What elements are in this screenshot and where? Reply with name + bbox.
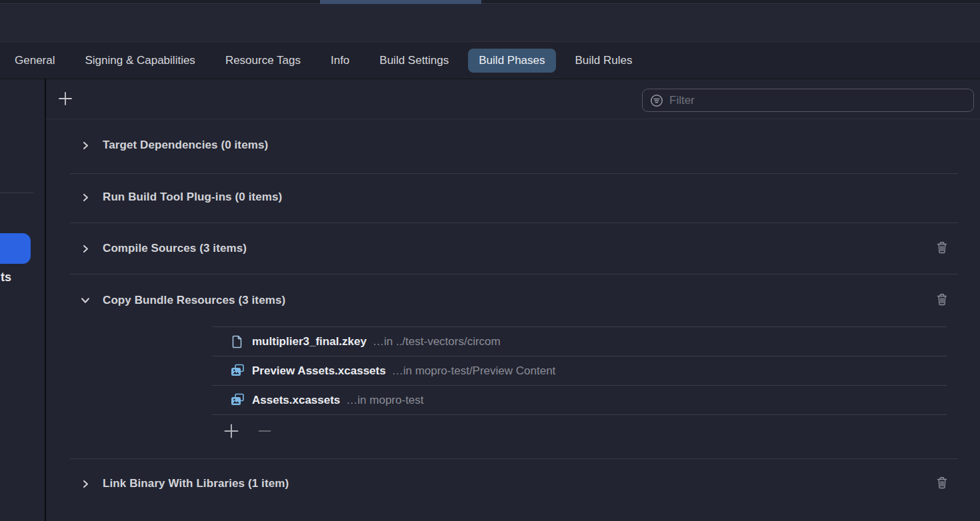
section-divider [70,223,958,223]
chevron-right-icon[interactable] [80,243,91,254]
filter-field[interactable] [642,89,974,112]
asset-catalog-icon [230,393,245,408]
chevron-down-icon[interactable] [80,295,91,306]
file-name: multiplier3_final.zkey [252,335,367,348]
sidebar-selected-item[interactable] [0,233,31,264]
trash-icon [935,241,949,257]
file-location: …in mopro-test/Preview Content [392,364,556,378]
sidebar-truncated-label: ts [1,270,11,284]
section-divider [70,458,958,459]
xcode-build-phases-window: General Signing & Capabilities Resource … [0,0,980,521]
file-row[interactable]: Assets.xcassets …in mopro-test [212,386,947,415]
phase-copy-bundle-resources[interactable]: Copy Bundle Resources (3 items) [70,286,958,315]
phase-link-binary-with-libraries[interactable]: Link Binary With Libraries (1 item) [70,469,958,498]
trash-icon [935,476,949,492]
plus-icon [57,91,73,109]
remove-file-button[interactable] [255,423,274,442]
sidebar-separator [45,79,46,521]
project-editor-tab-bar: General Signing & Capabilities Resource … [0,42,980,79]
window-toolbar [0,5,980,42]
tab-general[interactable]: General [4,49,65,73]
delete-compile-sources-button[interactable] [935,241,949,256]
phase-target-dependencies[interactable]: Target Dependencies (0 items) [70,131,958,160]
phase-label: Copy Bundle Resources (3 items) [103,294,285,307]
file-location: …in mopro-test [346,394,423,407]
add-file-button[interactable] [222,423,241,442]
phase-label: Link Binary With Libraries (1 item) [103,477,289,490]
filter-icon [649,93,664,108]
tab-build-settings[interactable]: Build Settings [369,49,459,73]
sidebar-divider [0,193,33,193]
minus-icon [256,422,273,442]
selected-editor-tab-accent[interactable] [320,0,481,4]
toolbar-bottom-rule [46,119,980,119]
section-divider [70,274,958,274]
delete-link-binary-button[interactable] [935,476,949,491]
chevron-right-icon[interactable] [80,478,91,489]
chevron-right-icon[interactable] [80,192,91,203]
document-icon [230,334,245,349]
copy-bundle-resources-file-list: multiplier3_final.zkey …in ../test-vecto… [212,326,947,415]
tab-info[interactable]: Info [320,49,360,73]
section-divider [70,173,958,174]
file-name: Assets.xcassets [252,394,340,407]
phase-label: Run Build Tool Plug-ins (0 items) [103,191,282,204]
filter-input[interactable] [669,94,967,107]
delete-copy-bundle-resources-button[interactable] [935,293,949,308]
file-name: Preview Assets.xcassets [252,364,386,378]
file-row[interactable]: Preview Assets.xcassets …in mopro-test/P… [212,356,947,386]
window-top-strip [0,0,980,4]
phase-compile-sources[interactable]: Compile Sources (3 items) [70,234,958,263]
plus-icon [223,422,240,442]
file-location: …in ../test-vectors/circom [373,335,501,348]
tab-resource-tags[interactable]: Resource Tags [215,49,311,73]
file-row[interactable]: multiplier3_final.zkey …in ../test-vecto… [212,327,947,356]
phase-label: Target Dependencies (0 items) [103,139,268,152]
tab-signing-capabilities[interactable]: Signing & Capabilities [74,49,205,73]
trash-icon [935,292,949,309]
tab-build-phases[interactable]: Build Phases [468,49,555,73]
chevron-right-icon[interactable] [80,140,91,151]
asset-catalog-icon [230,364,245,378]
phase-run-build-tool-plugins[interactable]: Run Build Tool Plug-ins (0 items) [70,183,958,212]
tab-build-rules[interactable]: Build Rules [565,49,643,73]
add-build-phase-button[interactable] [57,91,74,109]
phase-label: Compile Sources (3 items) [103,242,247,255]
